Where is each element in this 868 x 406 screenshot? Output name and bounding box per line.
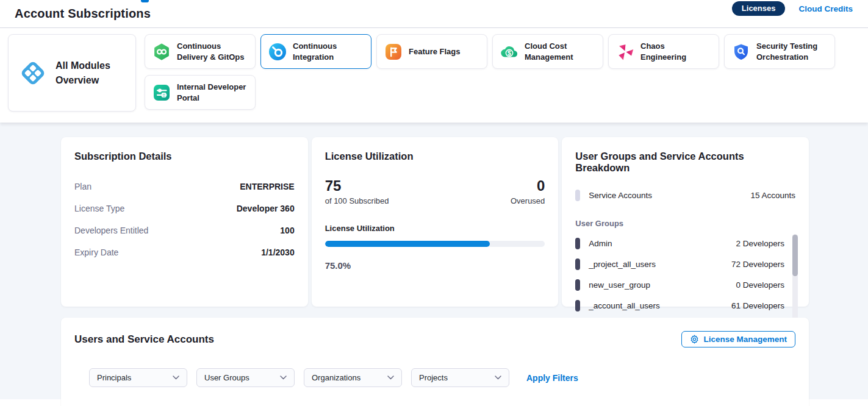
subscription-details-title: Subscription Details — [74, 151, 295, 162]
utilization-progress-fill — [325, 241, 490, 247]
detail-row-license-type: License Type Developer 360 — [74, 198, 295, 219]
licenses-overused-caption: Overused — [511, 196, 545, 205]
chevron-down-icon — [173, 376, 179, 380]
user-groups-scrollbar-thumb[interactable] — [792, 235, 798, 276]
module-card-security-testing[interactable]: Security Testing Orchestration — [724, 34, 835, 69]
detail-row-developers-entitled: Developers Entitled 100 — [74, 219, 295, 241]
user-groups-scrollbar[interactable] — [792, 234, 798, 323]
ci-icon — [268, 43, 287, 61]
principals-dropdown[interactable]: Principals — [89, 368, 187, 387]
cloud-cost-icon: $ — [500, 43, 518, 61]
module-card-feature-flags[interactable]: Feature Flags — [376, 34, 487, 69]
active-tab-indicator — [141, 0, 149, 2]
svg-text:$: $ — [508, 49, 511, 56]
utilization-percent: 75.0% — [325, 260, 545, 271]
security-testing-icon — [732, 43, 750, 61]
page-header: Account Subscriptions Licenses Cloud Cre… — [0, 0, 868, 28]
user-group-pill-icon — [575, 300, 580, 312]
detail-row-plan: Plan ENTERPRISE — [74, 176, 295, 198]
module-card-chaos-engineering[interactable]: Chaos Engineering — [608, 34, 719, 69]
module-card-continuous-integration[interactable]: Continuous Integration — [260, 34, 371, 69]
chaos-engineering-icon — [616, 43, 634, 61]
user-group-pill-icon — [575, 279, 580, 291]
user-group-row: Admin 2 Developers — [575, 233, 784, 254]
user-groups-list: Admin 2 Developers _project_all_users 72… — [575, 233, 795, 316]
licenses-overused-block: 0 Overused — [511, 178, 545, 205]
module-cards: Continuous Delivery & GitOps Continuous … — [145, 34, 840, 112]
all-modules-icon — [18, 59, 48, 88]
licenses-used-caption: of 100 Subscribed — [325, 196, 389, 205]
module-card-cd-gitops[interactable]: Continuous Delivery & GitOps — [145, 34, 256, 69]
filters-row: Principals User Groups Organizations Pro… — [89, 368, 795, 387]
user-group-row: new_user_group 0 Developers — [575, 274, 784, 295]
cloud-credits-link[interactable]: Cloud Credits — [798, 4, 853, 13]
all-modules-overview-card[interactable]: All Modules Overview — [8, 34, 136, 112]
service-accounts-row: Service Accounts 15 Accounts — [575, 186, 795, 204]
chevron-down-icon — [280, 376, 287, 380]
license-management-button[interactable]: License Management — [681, 331, 795, 347]
license-utilization-card: License Utilization 75 of 100 Subscribed… — [312, 137, 559, 307]
utilization-bar-label: License Utilization — [325, 224, 545, 233]
breakdown-title: User Groups and Service Accounts Breakdo… — [575, 151, 795, 174]
user-group-pill-icon — [575, 238, 580, 249]
users-service-accounts-title: Users and Service Accounts — [74, 333, 214, 346]
organizations-dropdown[interactable]: Organizations — [304, 368, 402, 387]
breakdown-card: User Groups and Service Accounts Breakdo… — [562, 137, 809, 307]
license-utilization-title: License Utilization — [325, 151, 545, 162]
licenses-tab-button[interactable]: Licenses — [732, 1, 786, 16]
apply-filters-link[interactable]: Apply Filters — [526, 373, 578, 383]
licenses-overused-value: 0 — [511, 178, 545, 194]
projects-dropdown[interactable]: Projects — [411, 368, 509, 387]
licenses-used-block: 75 of 100 Subscribed — [325, 178, 389, 205]
subscription-details-card: Subscription Details Plan ENTERPRISE Lic… — [61, 137, 308, 307]
module-selector-band: All Modules Overview Continuous Delivery… — [0, 28, 868, 123]
gear-icon — [690, 335, 699, 344]
chevron-down-icon — [387, 376, 394, 380]
user-group-row: _project_all_users 72 Developers — [575, 254, 784, 274]
user-groups-dropdown[interactable]: User Groups — [196, 368, 295, 387]
utilization-progress-bar — [325, 241, 545, 247]
licenses-used-value: 75 — [325, 178, 389, 194]
all-modules-overview-label: All Modules Overview — [56, 59, 127, 87]
user-group-row: _account_all_users 61 Developers — [575, 295, 784, 316]
module-card-internal-developer-portal[interactable]: Internal Developer Portal — [145, 75, 256, 110]
detail-row-expiry-date: Expiry Date 1/1/2030 — [74, 241, 295, 263]
user-groups-heading: User Groups — [575, 219, 795, 228]
service-accounts-pill-icon — [575, 190, 580, 201]
internal-developer-portal-icon — [152, 84, 171, 102]
cd-gitops-icon — [152, 43, 171, 61]
module-card-cloud-cost[interactable]: $ Cloud Cost Management — [492, 34, 603, 69]
user-group-pill-icon — [575, 258, 580, 270]
main-content: Subscription Details Plan ENTERPRISE Lic… — [0, 123, 868, 399]
chevron-down-icon — [495, 376, 501, 380]
feature-flags-icon — [384, 43, 403, 61]
users-service-accounts-card: Users and Service Accounts License Manag… — [61, 318, 809, 406]
page-title: Account Subscriptions — [15, 7, 151, 21]
